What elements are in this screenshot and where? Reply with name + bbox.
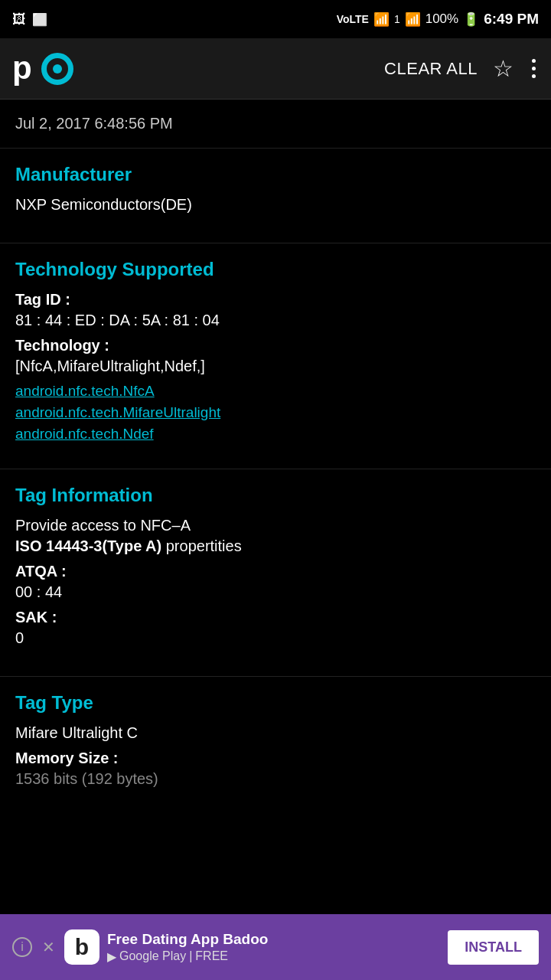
ad-logo: b xyxy=(64,929,99,965)
date-value: Jul 2, 2017 6:48:56 PM xyxy=(15,115,173,132)
sak-value: 0 xyxy=(15,629,536,647)
ad-info-icon[interactable]: i xyxy=(12,937,32,957)
status-bar: 🖼 ⬜ VoLTE 📶 1 📶 100% 🔋 6:49 PM xyxy=(0,0,551,38)
mifare-link[interactable]: android.nfc.tech.MifareUltralight xyxy=(15,404,536,421)
manufacturer-section: Manufacturer NXP Semiconductors(DE) xyxy=(0,149,551,243)
sim-icon: 1 xyxy=(394,13,400,25)
install-button[interactable]: INSTALL xyxy=(448,930,539,965)
tag-info-description: Provide access to NFC–A xyxy=(15,517,536,534)
iso-label: ISO 14443-3(Type A) xyxy=(15,537,161,554)
overflow-menu-button[interactable] xyxy=(529,56,539,81)
ad-free-label: FREE xyxy=(195,949,228,963)
menu-dot xyxy=(532,59,536,63)
technology-supported-title: Technology Supported xyxy=(15,259,536,280)
tag-info-iso: ISO 14443-3(Type A) propertities xyxy=(15,537,536,555)
app-logo: p xyxy=(12,46,384,92)
tag-id-value: 81 : 44 : ED : DA : 5A : 81 : 04 xyxy=(15,312,536,329)
memory-size-value: 1536 bits (192 bytes) xyxy=(15,770,536,788)
status-right: VoLTE 📶 1 📶 100% 🔋 6:49 PM xyxy=(337,11,539,28)
clear-all-button[interactable]: CLEAR ALL xyxy=(384,59,478,79)
battery-text: 100% xyxy=(425,11,458,27)
atqa-value: 00 : 44 xyxy=(15,583,536,601)
wifi-icon: 📶 xyxy=(373,11,390,28)
logo-p: p xyxy=(12,50,31,87)
tag-type-value: Mifare Ultralight C xyxy=(15,724,536,742)
app-bar-actions: CLEAR ALL ☆ xyxy=(384,55,539,82)
menu-dot xyxy=(532,67,536,70)
nfca-link[interactable]: android.nfc.tech.NfcA xyxy=(15,383,536,400)
google-play-icon: ▶ xyxy=(107,949,116,964)
technology-label: Technology : xyxy=(15,337,536,354)
ad-text-block: Free Dating App Badoo ▶ Google Play | FR… xyxy=(107,931,448,964)
app-bar: p CLEAR ALL ☆ xyxy=(0,38,551,100)
technology-supported-section: Technology Supported Tag ID : 81 : 44 : … xyxy=(0,243,551,469)
manufacturer-value: NXP Semiconductors(DE) xyxy=(15,196,536,214)
tag-information-section: Tag Information Provide access to NFC–A … xyxy=(0,469,551,677)
ad-subtitle: ▶ Google Play | FREE xyxy=(107,949,448,964)
tag-information-title: Tag Information xyxy=(15,485,536,506)
signal-icon: 📶 xyxy=(405,11,421,28)
volte-icon: VoLTE xyxy=(337,13,369,25)
status-time: 6:49 PM xyxy=(484,11,539,28)
google-play-label: Google Play xyxy=(119,949,186,963)
photo-icon: 🖼 xyxy=(12,11,26,28)
status-left: 🖼 ⬜ xyxy=(12,11,47,28)
iso-suffix: propertities xyxy=(161,537,242,554)
ad-banner: i ✕ b Free Dating App Badoo ▶ Google Pla… xyxy=(0,914,551,980)
battery-icon: 🔋 xyxy=(463,11,479,28)
sak-label: SAK : xyxy=(15,609,536,626)
app-logo-box: p xyxy=(12,46,73,92)
ad-title: Free Dating App Badoo xyxy=(107,931,448,948)
menu-dot xyxy=(532,74,536,78)
ad-close-button[interactable]: ✕ xyxy=(38,937,58,957)
window-icon: ⬜ xyxy=(32,12,47,27)
tag-type-title: Tag Type xyxy=(15,692,536,714)
ndef-link[interactable]: android.nfc.tech.Ndef xyxy=(15,426,536,443)
date-row: Jul 2, 2017 6:48:56 PM xyxy=(0,100,551,149)
tag-type-section: Tag Type Mifare Ultralight C Memory Size… xyxy=(0,677,551,872)
star-button[interactable]: ☆ xyxy=(493,55,514,82)
logo-o xyxy=(41,53,73,85)
content: Jul 2, 2017 6:48:56 PM Manufacturer NXP … xyxy=(0,100,551,872)
atqa-label: ATQA : xyxy=(15,563,536,580)
tag-id-label: Tag ID : xyxy=(15,291,536,309)
memory-size-label: Memory Size : xyxy=(15,750,536,767)
ad-separator: | xyxy=(189,949,192,963)
technology-value: [NfcA,MifareUltralight,Ndef,] xyxy=(15,358,536,375)
manufacturer-title: Manufacturer xyxy=(15,164,536,185)
